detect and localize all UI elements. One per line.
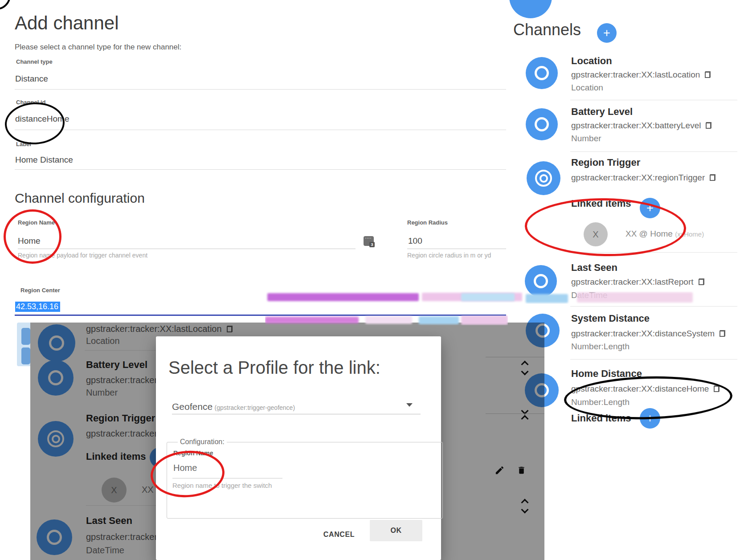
region-center-input[interactable]: 42.53,16.16 <box>15 302 60 311</box>
channel-icon-region-trigger <box>527 161 560 195</box>
divider <box>570 306 737 307</box>
selected-text: 42.53,16.16 <box>15 302 60 312</box>
channel-uid: gpstracker:tracker:XX:batteryLevel <box>571 121 711 131</box>
channel-id-label: Channel id <box>16 99 45 106</box>
channel-icon-location <box>526 57 558 89</box>
dropdown-caret-icon[interactable] <box>406 403 413 407</box>
channel-uid: gpstracker:tracker:XX:distanceHome <box>571 384 719 394</box>
divider <box>15 130 506 130</box>
region-center-label: Region Center <box>20 287 60 294</box>
page-title: Add channel <box>15 12 119 34</box>
channel-title: Last Seen <box>571 262 617 274</box>
copy-icon[interactable] <box>706 122 711 129</box>
copy-icon[interactable] <box>714 385 719 392</box>
blurred-content-strip <box>265 291 699 304</box>
channel-uid: gpstracker:tracker:XX:lastLocation <box>571 70 711 80</box>
divider <box>570 359 737 360</box>
add-channel-button[interactable]: + <box>597 23 617 43</box>
blurred-blob <box>461 293 515 301</box>
channel-uid: gpstracker:tracker:XX:distanceSystem <box>571 329 725 339</box>
ok-button[interactable]: OK <box>370 520 422 541</box>
divider <box>407 249 506 249</box>
circle-dot-icon <box>535 170 552 187</box>
fragment-tile <box>21 328 30 345</box>
region-name-input[interactable]: Home <box>18 236 41 246</box>
blurred-blob <box>577 292 693 302</box>
linked-item-suffix: (xxHome) <box>675 230 704 238</box>
channel-title: Home Distance <box>571 368 642 380</box>
configuration-fieldset: Configuration: Region Name Home Region n… <box>167 438 443 519</box>
blurred-blob <box>526 294 568 303</box>
profile-select[interactable]: Geofence (gpstracker:trigger-geofence) <box>172 401 295 412</box>
profile-uid-hint: (gpstracker:trigger-geofence) <box>215 404 295 411</box>
blurred-blob <box>461 315 508 325</box>
region-name-helper: Region name to trigger the switch <box>172 482 272 489</box>
circle-icon <box>535 117 549 131</box>
channel-type: Location <box>571 83 603 93</box>
region-name-helper: Region name payload for trigger channel … <box>18 252 147 259</box>
linked-item-avatar: X <box>584 222 608 246</box>
channel-title: System Distance <box>571 313 650 324</box>
copy-icon[interactable] <box>719 330 725 337</box>
region-radius-label: Region Radius <box>407 219 448 226</box>
divider <box>18 249 356 249</box>
dialog-heading: Select a Profile for the link: <box>168 358 380 378</box>
plus-icon: + <box>603 26 610 40</box>
linked-items-heading: Linked items <box>571 413 631 424</box>
divider <box>570 100 737 100</box>
copy-icon[interactable] <box>710 174 715 181</box>
region-radius-helper: Region circle radius in m or yd <box>407 252 491 259</box>
divider <box>15 89 506 90</box>
channel-uid: gpstracker:tracker:XX:regionTrigger <box>571 173 715 183</box>
channel-title: Location <box>571 55 612 67</box>
blurred-blob <box>267 293 419 301</box>
divider <box>172 478 282 478</box>
label-field-input[interactable]: Home Distance <box>15 155 73 165</box>
extension-badge: 3 <box>369 242 375 247</box>
divider <box>172 414 421 414</box>
annotation-black-arc-corner <box>0 0 11 10</box>
channel-title: Battery Level <box>571 106 633 118</box>
blurred-content-strip <box>265 315 508 325</box>
circle-icon <box>535 66 549 80</box>
blurred-blob <box>265 317 359 323</box>
region-radius-input[interactable]: 100 <box>408 236 422 246</box>
add-link-button[interactable]: + <box>640 198 660 218</box>
channel-type-label: Channel type <box>16 58 53 65</box>
password-extension-icon[interactable]: 3 <box>364 236 374 246</box>
fragment-tile <box>21 347 30 364</box>
fieldset-legend: Configuration: <box>178 438 227 446</box>
region-name-label: Region Name <box>173 450 213 457</box>
config-heading: Channel configuration <box>15 191 145 206</box>
copy-icon[interactable] <box>705 71 711 78</box>
divider <box>570 151 737 152</box>
region-name-label: Region Name <box>18 219 55 226</box>
blurred-blob <box>365 316 412 324</box>
select-profile-dialog: Select a Profile for the link: Geofence … <box>156 336 441 560</box>
channel-type: Number <box>571 134 601 143</box>
profile-selected-value: Geofence <box>172 401 213 412</box>
linked-items-heading: Linked items <box>571 198 631 209</box>
sidebar-heading: Channels <box>513 20 581 39</box>
linked-item[interactable]: XX @ Home (xxHome) <box>625 229 704 239</box>
divider <box>570 252 737 253</box>
channel-type-value[interactable]: Distance <box>15 74 48 84</box>
blurred-blob <box>419 316 459 324</box>
channel-type: Number:Length <box>571 342 630 352</box>
label-field-label: Label <box>16 141 31 147</box>
add-link-button[interactable]: + <box>640 408 660 429</box>
channel-icon-battery <box>526 108 558 140</box>
thing-avatar-icon <box>509 0 552 18</box>
cancel-button[interactable]: CANCEL <box>314 526 364 544</box>
intro-text: Please select a channel type for the new… <box>15 43 181 52</box>
region-name-input[interactable]: Home <box>173 463 197 473</box>
channel-type: Number:Length <box>571 397 630 407</box>
divider <box>15 169 506 170</box>
pasted-screenshot-fragment <box>17 323 30 366</box>
channel-id-input[interactable]: distanceHome <box>15 114 69 124</box>
copy-icon[interactable] <box>699 278 704 285</box>
circle-icon <box>534 274 548 288</box>
channel-uid: gpstracker:tracker:XX:lastReport <box>571 277 704 287</box>
channel-title: Region Trigger <box>571 157 640 168</box>
